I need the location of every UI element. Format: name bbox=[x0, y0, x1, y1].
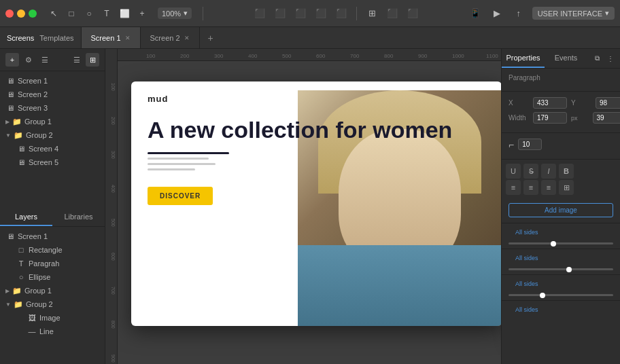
screen-icon: 🖥 bbox=[5, 90, 15, 99]
ruler-mark: 400 bbox=[248, 53, 257, 59]
panel-settings-btn[interactable]: ⚙ bbox=[22, 53, 35, 67]
minimize-button[interactable] bbox=[17, 10, 25, 18]
close-button[interactable] bbox=[5, 10, 14, 18]
user-menu[interactable]: USER INTERFACE ▾ bbox=[532, 7, 615, 20]
events-tab[interactable]: Events bbox=[545, 49, 587, 68]
height-input[interactable] bbox=[593, 112, 620, 124]
layer-item[interactable]: 🖼 Image bbox=[0, 311, 105, 325]
grid-view-btn[interactable]: ⊞ bbox=[86, 53, 99, 67]
slider-track-1[interactable] bbox=[509, 242, 613, 244]
all-sides-row-2: All sides bbox=[502, 251, 620, 266]
corner-section: ⌐ bbox=[502, 133, 620, 160]
rectangle-icon: □ bbox=[16, 245, 26, 255]
layer-item[interactable]: T Paragrah bbox=[0, 257, 105, 270]
corner-radius-input[interactable] bbox=[518, 139, 542, 150]
x-input[interactable] bbox=[533, 97, 567, 109]
italic-btn[interactable]: I bbox=[541, 164, 556, 179]
bold-btn[interactable]: B bbox=[559, 164, 574, 179]
strikethrough-btn[interactable]: S̶ bbox=[523, 164, 538, 179]
list-item[interactable]: 🖥 Screen 5 bbox=[0, 156, 105, 169]
y-input[interactable] bbox=[596, 97, 620, 109]
layer-label: Line bbox=[39, 327, 54, 335]
image-icon: 🖼 bbox=[27, 313, 37, 323]
circle-tool[interactable]: ○ bbox=[82, 6, 97, 21]
align-center-btn[interactable]: ≡ bbox=[523, 180, 538, 195]
rectangle-tool[interactable]: □ bbox=[64, 6, 79, 21]
layers-tab[interactable]: Layers bbox=[0, 208, 52, 226]
slider-thumb-1[interactable] bbox=[551, 241, 556, 247]
add-screen-button[interactable]: + bbox=[200, 27, 222, 48]
ruler-vertical: 100 200 300 400 500 600 700 800 900 bbox=[105, 49, 118, 364]
more-icon[interactable]: ⋮ bbox=[605, 53, 616, 64]
add-screen-btn[interactable]: + bbox=[5, 53, 19, 67]
list-item[interactable]: ▶ 📁 Group 1 bbox=[0, 115, 105, 128]
position-section: X Y 🔗 Width px px 🔗 bbox=[502, 92, 620, 133]
canvas-area: 100 200 300 400 500 600 700 800 900 1000… bbox=[105, 49, 501, 364]
align-left-icon[interactable]: ⬛ bbox=[252, 5, 268, 22]
list-item[interactable]: 🖥 Screen 1 bbox=[0, 74, 105, 88]
align-center-icon[interactable]: ⬛ bbox=[272, 5, 288, 22]
desktop-mockup[interactable]: mud bbox=[131, 81, 501, 326]
properties-tab[interactable]: Properties bbox=[502, 49, 545, 68]
slider-thumb-3[interactable] bbox=[540, 293, 545, 298]
mobile-preview-icon[interactable]: 📱 bbox=[467, 5, 483, 22]
distribute-v-icon[interactable]: ⬛ bbox=[333, 5, 349, 22]
layer-item[interactable]: ▼ 📁 Group 2 bbox=[0, 297, 105, 311]
layer-item[interactable]: 🖥 Screen 1 bbox=[0, 230, 105, 243]
align-right-icon[interactable]: ⬛ bbox=[292, 5, 309, 22]
layer-item[interactable]: □ Rectangle bbox=[0, 243, 105, 257]
all-sides-label-4: All sides bbox=[509, 305, 545, 314]
distribute-h-icon[interactable]: ⬛ bbox=[313, 5, 329, 22]
layer-item[interactable]: ▶ 📁 Group 1 bbox=[0, 284, 105, 297]
templates-tab[interactable]: Templates bbox=[39, 34, 73, 42]
text-tool[interactable]: T bbox=[99, 6, 114, 21]
screen-tab-2[interactable]: Screen 2 ✕ bbox=[141, 27, 200, 48]
expand-arrow: ▼ bbox=[5, 302, 11, 308]
panel-search-btn[interactable]: ☰ bbox=[38, 53, 52, 67]
divider bbox=[502, 223, 620, 223]
layer-item[interactable]: — Line bbox=[0, 325, 105, 338]
play-icon[interactable]: ▶ bbox=[489, 5, 505, 22]
screens-tab[interactable]: Screens bbox=[7, 34, 34, 42]
slider-track-2[interactable] bbox=[509, 268, 613, 270]
close-tab-1[interactable]: ✕ bbox=[125, 35, 131, 41]
more-options-btn[interactable]: ⊞ bbox=[559, 180, 574, 195]
underline-btn[interactable]: U bbox=[506, 164, 521, 179]
add-tool[interactable]: + bbox=[135, 6, 150, 21]
copy-icon[interactable]: ⧉ bbox=[591, 53, 602, 64]
list-item[interactable]: 🖥 Screen 4 bbox=[0, 142, 105, 156]
share-icon[interactable]: ↑ bbox=[511, 5, 527, 22]
layer-item[interactable]: ○ Ellipse bbox=[0, 270, 105, 284]
ruler-mark: 600 bbox=[316, 53, 325, 59]
image-tool[interactable]: ⬜ bbox=[117, 6, 132, 21]
layer-label: Group 2 bbox=[26, 300, 53, 308]
close-tab-2[interactable]: ✕ bbox=[184, 35, 190, 41]
screen-tab-1[interactable]: Screen 1 ✕ bbox=[82, 27, 141, 48]
expand-arrow: ▼ bbox=[5, 132, 11, 139]
align-left-btn[interactable]: ≡ bbox=[506, 180, 521, 195]
slider-thumb-2[interactable] bbox=[566, 267, 572, 272]
list-item[interactable]: ▼ 📁 Group 2 bbox=[0, 128, 105, 142]
top-bar: ↖ □ ○ T ⬜ + 100% ▾ ⬛ ⬛ ⬛ ⬛ ⬛ ⊞ ⬛ ⬛ 📱 ▶ ↑… bbox=[0, 0, 620, 27]
all-sides-label-1: All sides bbox=[509, 228, 545, 237]
ruler-mark: 900 bbox=[418, 53, 427, 59]
rows-icon[interactable]: ⬛ bbox=[404, 5, 421, 22]
zoom-control[interactable]: 100% ▾ bbox=[158, 7, 192, 19]
item-label: Group 2 bbox=[26, 131, 53, 139]
corner-radius-icon: ⌐ bbox=[509, 139, 514, 150]
libraries-tab[interactable]: Libraries bbox=[52, 208, 105, 226]
ruler-mark: 700 bbox=[111, 287, 116, 295]
discover-button[interactable]: DISCOVER bbox=[148, 187, 213, 205]
align-right-btn[interactable]: ≡ bbox=[541, 180, 556, 195]
maximize-button[interactable] bbox=[29, 10, 37, 18]
add-image-button[interactable]: Add image bbox=[509, 203, 613, 217]
list-item[interactable]: 🖥 Screen 3 bbox=[0, 101, 105, 115]
cursor-tool[interactable]: ↖ bbox=[46, 6, 61, 21]
grid-icon[interactable]: ⊞ bbox=[364, 5, 380, 22]
width-input[interactable] bbox=[533, 112, 567, 124]
list-view-btn[interactable]: ☰ bbox=[70, 53, 84, 67]
slider-track-3[interactable] bbox=[509, 294, 613, 296]
list-item[interactable]: 🖥 Screen 2 bbox=[0, 88, 105, 101]
y-label: Y bbox=[571, 99, 591, 107]
columns-icon[interactable]: ⬛ bbox=[384, 5, 400, 22]
